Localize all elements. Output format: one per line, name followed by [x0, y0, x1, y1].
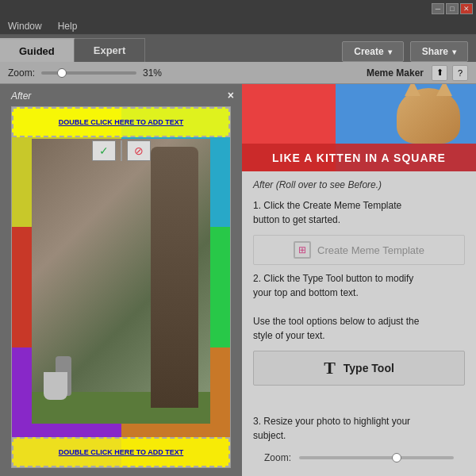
zoom-bottom-thumb[interactable] [392, 453, 401, 463]
title-bar: ─ □ ✕ [0, 0, 476, 17]
type-tool-button[interactable]: T Type Tool [253, 351, 465, 386]
create-meme-icon: ⊞ [294, 241, 311, 259]
toolbar-divider [121, 140, 122, 161]
create-meme-template-button[interactable]: ⊞ Create Meme Template [253, 235, 465, 265]
share-chevron-icon: ▾ [452, 48, 456, 56]
right-panel: LIKE A KITTEN IN A SQUARE After (Roll ov… [242, 84, 476, 476]
after-label: After (Roll over to see Before.) [253, 179, 465, 190]
confirm-ok-button[interactable]: ✓ [92, 140, 116, 161]
main-content: After × DOUBLE CLICK HERE TO ADD TEXT ✓ [0, 84, 476, 476]
upload-icon[interactable]: ⬆ [432, 65, 447, 81]
minimize-button[interactable]: ─ [432, 3, 444, 14]
menu-bar: Window Help [0, 17, 476, 35]
zoom-slider[interactable] [41, 71, 136, 75]
photo-bucket [44, 372, 67, 400]
preview-image: LIKE A KITTEN IN A SQUARE [242, 84, 476, 171]
zoom-value: 31% [143, 67, 162, 79]
panel-close-button[interactable]: × [228, 89, 234, 102]
preview-banner-text: LIKE A KITTEN IN A SQUARE [272, 152, 446, 164]
create-chevron-icon: ▾ [388, 48, 392, 56]
left-panel: After × DOUBLE CLICK HERE TO ADD TEXT ✓ [0, 84, 242, 476]
meme-photo-inner [32, 139, 210, 424]
meme-canvas: DOUBLE CLICK HERE TO ADD TEXT ✓ ⊘ [12, 107, 230, 467]
zoom-label: Zoom: [8, 67, 35, 79]
confirm-cancel-button[interactable]: ⊘ [127, 140, 151, 161]
zoom-bar: Zoom: 31% Meme Maker ⬆ ? [0, 62, 476, 84]
step1-text: 1. Click the Create Meme Template button… [253, 200, 401, 225]
type-tool-icon: T [324, 358, 336, 378]
menu-window[interactable]: Window [5, 19, 45, 33]
zoom-bottom-slider[interactable] [299, 456, 454, 459]
canvas-area: DOUBLE CLICK HERE TO ADD TEXT ✓ ⊘ [11, 106, 231, 468]
help-icon[interactable]: ? [452, 65, 468, 81]
confirm-toolbar: ✓ ⊘ [92, 140, 151, 161]
create-button[interactable]: Create ▾ [342, 41, 403, 62]
close-button[interactable]: ✕ [460, 3, 473, 14]
tab-expert[interactable]: Expert [75, 38, 145, 62]
right-content: After (Roll over to see Before.) 1. Clic… [242, 171, 476, 414]
zoom-bottom-label: Zoom: [264, 452, 291, 463]
meme-bottom-text[interactable]: DOUBLE CLICK HERE TO ADD TEXT [12, 437, 230, 467]
step2: 2. Click the Type Tool button to modify … [253, 271, 465, 343]
share-button[interactable]: Share ▾ [410, 41, 468, 62]
preview-cat-image [397, 88, 460, 144]
meme-maker-label: Meme Maker [367, 67, 424, 79]
restore-button[interactable]: □ [446, 3, 459, 14]
step3-text: 3. Resize your photo to highlight your s… [253, 414, 465, 443]
zoom-bottom: Zoom: [253, 447, 465, 468]
meme-top-text[interactable]: DOUBLE CLICK HERE TO ADD TEXT [12, 107, 230, 137]
preview-banner: LIKE A KITTEN IN A SQUARE [242, 144, 476, 171]
tab-guided[interactable]: Guided [0, 38, 75, 62]
zoom-thumb[interactable] [57, 68, 67, 78]
tab-bar: Guided Expert Create ▾ Share ▾ [0, 35, 476, 62]
panel-title: After [11, 90, 31, 102]
menu-help[interactable]: Help [55, 19, 81, 33]
step1: 1. Click the Create Meme Template button… [253, 198, 465, 227]
meme-photo [32, 139, 210, 424]
photo-tree [151, 147, 198, 408]
step3-section: 3. Resize your photo to highlight your s… [242, 414, 476, 476]
